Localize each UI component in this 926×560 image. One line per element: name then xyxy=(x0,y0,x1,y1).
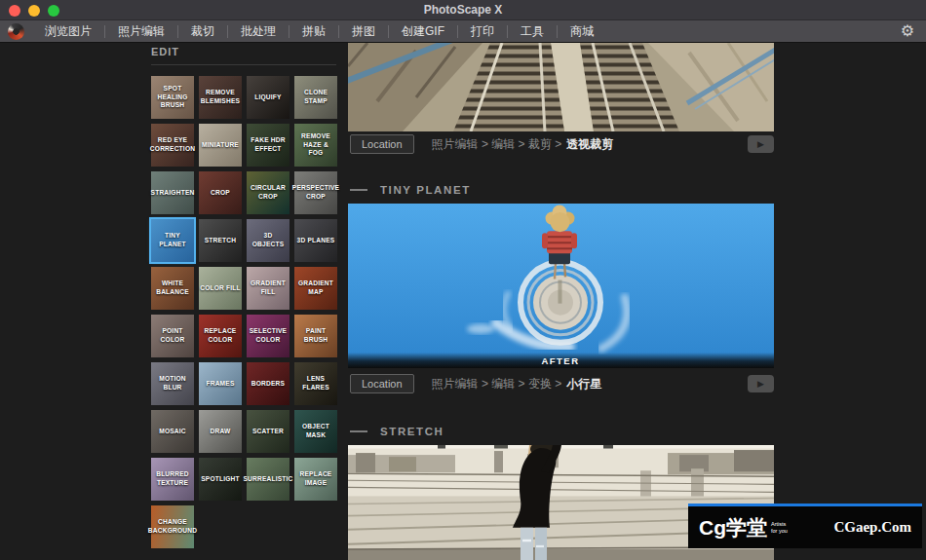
tool-tile-stretch[interactable]: STRETCH xyxy=(199,219,242,262)
breadcrumb-path: 照片编辑 > 编辑 > 变换 > xyxy=(432,377,562,391)
help-content-area[interactable]: Location 照片编辑 > 编辑 > 裁剪 >透视裁剪 ▶ TINY PLA… xyxy=(348,43,774,560)
tiny-planet-location-row: Location 照片编辑 > 编辑 > 变换 >小行星 ▶ xyxy=(350,373,774,394)
tiny-planet-section-header: TINY PLANET xyxy=(350,183,471,197)
tool-tile-label: MINIATURE xyxy=(202,141,239,150)
tool-tile-blurred-texture[interactable]: BLURRED TEXTURE xyxy=(151,458,194,501)
menu-item-browse[interactable]: 浏览图片 xyxy=(32,20,104,42)
title-bar: PhotoScape X xyxy=(0,0,926,20)
section-title: TINY PLANET xyxy=(380,184,471,196)
tool-tile-borders[interactable]: BORDERS xyxy=(247,362,289,405)
tool-tile-label: STRETCH xyxy=(205,237,237,245)
tool-tile-label: GRADIENT MAP xyxy=(295,280,336,296)
menu-item-tools[interactable]: 工具 xyxy=(508,20,557,42)
tool-tile-draw[interactable]: DRAW xyxy=(199,410,242,453)
tool-tile-label: RED EYE CORRECTION xyxy=(150,136,195,153)
tool-tile-label: SURREALISTIC xyxy=(243,475,292,484)
tool-tile-remove-blemishes[interactable]: REMOVE BLEMISHES xyxy=(199,76,242,119)
tool-tile-3d-planes[interactable]: 3D PLANES xyxy=(294,219,337,262)
tool-tile-label: LENS FLARES xyxy=(295,375,336,392)
tool-tile-lens-flares[interactable]: LENS FLARES xyxy=(294,362,337,405)
tool-tile-selective-color[interactable]: SELECTIVE COLOR xyxy=(247,315,289,357)
section-dash xyxy=(350,189,367,191)
tool-tile-label: TINY PLANET xyxy=(152,232,193,248)
tool-tile-replace-color[interactable]: REPLACE COLOR xyxy=(199,315,242,357)
tool-tile-object-mask[interactable]: OBJECT MASK xyxy=(294,410,337,453)
tool-tile-color-fill[interactable]: COLOR FILL xyxy=(199,267,242,310)
menu-item-combine[interactable]: 拼图 xyxy=(339,20,388,42)
photoscape-window: PhotoScape X 浏览图片照片编辑裁切批处理拼贴拼图创建GIF打印工具商… xyxy=(0,0,926,560)
tool-tile-gradient-fill[interactable]: GRADIENT FILL xyxy=(247,267,289,310)
tool-tile-label: CHANGE BACKGROUND xyxy=(148,518,197,535)
menu-item-crop[interactable]: 裁切 xyxy=(178,20,227,42)
after-label: AFTER xyxy=(541,355,579,366)
gear-icon: ⚙ xyxy=(901,22,914,39)
tool-tile-crop[interactable]: CROP xyxy=(199,171,242,214)
minimize-window-button[interactable] xyxy=(28,5,40,17)
tool-tile-label: POINT COLOR xyxy=(152,327,193,344)
tool-tile-red-eye-correction[interactable]: RED EYE CORRECTION xyxy=(151,124,194,167)
tool-tile-tiny-planet[interactable]: TINY PLANET xyxy=(151,219,194,262)
tool-tile-frames[interactable]: FRAMES xyxy=(199,362,242,405)
tool-tile-motion-blur[interactable]: MOTION BLUR xyxy=(151,362,194,405)
perspective-crop-preview-image xyxy=(348,43,774,131)
tool-grid: SPOT HEALING BRUSHREMOVE BLEMISHESLIQUIF… xyxy=(151,76,338,548)
edit-panel-divider xyxy=(151,64,336,65)
menu-item-collage[interactable]: 拼贴 xyxy=(289,20,338,42)
tool-tile-scatter[interactable]: SCATTER xyxy=(247,410,289,453)
watermark-logo: Cg学堂 xyxy=(699,514,767,541)
menu-item-batch[interactable]: 批处理 xyxy=(228,20,289,42)
tool-tile-gradient-map[interactable]: GRADIENT MAP xyxy=(294,267,337,310)
edit-panel-title: EDIT xyxy=(151,46,179,57)
menu-item-create-gif[interactable]: 创建GIF xyxy=(389,20,457,42)
tool-tile-label: 3D PLANES xyxy=(297,237,335,245)
tool-tile-label: FRAMES xyxy=(206,380,234,389)
menu-bar-items: 浏览图片照片编辑裁切批处理拼贴拼图创建GIF打印工具商城 xyxy=(32,20,606,42)
tool-tile-label: REMOVE HAZE & FOG xyxy=(295,132,336,158)
tool-tile-white-balance[interactable]: WHITE BALANCE xyxy=(151,267,194,310)
tool-tile-spotlight[interactable]: SPOTLIGHT xyxy=(199,458,242,501)
tool-tile-label: WHITE BALANCE xyxy=(152,280,193,296)
tool-tile-surrealistic[interactable]: SURREALISTIC xyxy=(247,458,289,501)
settings-button[interactable]: ⚙ xyxy=(901,23,914,39)
tool-tile-miniature[interactable]: MINIATURE xyxy=(199,124,242,167)
tool-tile-straighten[interactable]: STRAIGHTEN xyxy=(151,171,194,214)
tool-tile-label: STRAIGHTEN xyxy=(151,189,195,198)
tool-tile-paint-brush[interactable]: PAINT BRUSH xyxy=(294,315,337,357)
menu-item-print[interactable]: 打印 xyxy=(458,20,507,42)
tool-tile-spot-healing-brush[interactable]: SPOT HEALING BRUSH xyxy=(151,76,194,119)
location-badge: Location xyxy=(350,374,414,393)
breadcrumb-current: 小行星 xyxy=(566,377,601,391)
menu-item-store[interactable]: 商城 xyxy=(558,20,606,42)
tool-tile-3d-objects[interactable]: 3D OBJECTS xyxy=(247,219,289,262)
tool-tile-label: CLONE STAMP xyxy=(295,89,336,105)
perspective-crop-location-row: Location 照片编辑 > 编辑 > 裁剪 >透视裁剪 ▶ xyxy=(350,133,774,155)
tool-tile-liquify[interactable]: LIQUIFY xyxy=(247,76,289,119)
photoscape-logo-icon xyxy=(8,23,24,40)
menu-item-editor[interactable]: 照片编辑 xyxy=(105,20,177,42)
tool-tile-circular-crop[interactable]: CIRCULAR CROP xyxy=(247,171,289,214)
tool-tile-change-background[interactable]: CHANGE BACKGROUND xyxy=(151,505,194,548)
tool-tile-label: FAKE HDR EFFECT xyxy=(248,136,289,153)
tool-tile-label: REPLACE IMAGE xyxy=(295,470,336,487)
zoom-window-button[interactable] xyxy=(48,5,59,17)
tool-tile-label: PAINT BRUSH xyxy=(295,327,336,344)
tool-tile-perspective-crop[interactable]: PERSPECTIVE CROP xyxy=(294,171,337,214)
tool-tile-label: DRAW xyxy=(211,428,231,436)
tool-tile-mosaic[interactable]: MOSAIC xyxy=(151,410,194,453)
watermark-site: CGaep.Com xyxy=(833,519,911,536)
tool-tile-label: GRADIENT FILL xyxy=(248,280,289,296)
close-window-button[interactable] xyxy=(9,5,20,17)
tool-tile-label: BLURRED TEXTURE xyxy=(152,470,193,487)
stretch-section-header: STRETCH xyxy=(350,425,444,438)
traffic-lights xyxy=(9,5,59,17)
watermark-tagline: Artists for you xyxy=(771,521,791,534)
tool-tile-label: MOSAIC xyxy=(159,428,186,436)
play-tutorial-button[interactable]: ▶ xyxy=(748,135,774,153)
tool-tile-replace-image[interactable]: REPLACE IMAGE xyxy=(294,458,337,501)
tool-tile-point-color[interactable]: POINT COLOR xyxy=(151,315,194,357)
tool-tile-label: CROP xyxy=(211,189,230,198)
tool-tile-remove-haze-fog[interactable]: REMOVE HAZE & FOG xyxy=(294,124,337,167)
play-tutorial-button[interactable]: ▶ xyxy=(748,375,774,392)
tool-tile-fake-hdr-effect[interactable]: FAKE HDR EFFECT xyxy=(247,124,289,167)
tool-tile-clone-stamp[interactable]: CLONE STAMP xyxy=(294,76,337,119)
